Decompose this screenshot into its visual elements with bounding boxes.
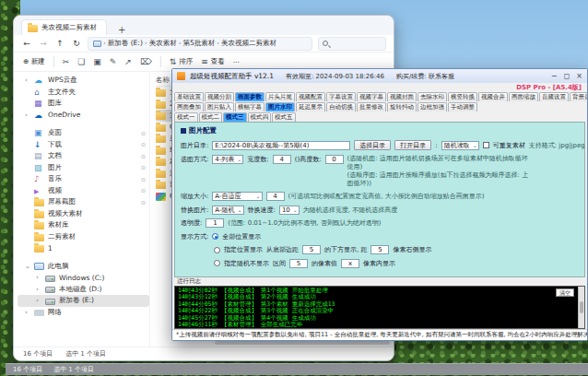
minimize-button[interactable]: − bbox=[551, 72, 558, 80]
scrollbar-thumb[interactable] bbox=[580, 301, 583, 313]
copy-icon[interactable]: ❏ bbox=[77, 57, 85, 66]
app-tab[interactable]: 模式四 bbox=[248, 112, 272, 122]
expand-chevron-icon[interactable]: › bbox=[25, 309, 30, 316]
close-button[interactable]: × bbox=[576, 72, 582, 80]
sidebar-item[interactable]: 图库 bbox=[18, 98, 149, 110]
app-tab[interactable]: 手动调整 bbox=[448, 102, 477, 112]
scale-input[interactable]: 4 bbox=[266, 192, 285, 201]
sidebar-item[interactable]: 文档 bbox=[18, 150, 149, 162]
app-tab[interactable]: 视频分割 bbox=[205, 92, 234, 101]
pos-right-input[interactable]: 5 bbox=[370, 245, 389, 254]
more-button[interactable]: ··· bbox=[233, 58, 240, 66]
sort-button[interactable]: ⇅ 排序 bbox=[170, 57, 194, 66]
sidebar-item[interactable]: › Windows (C:) bbox=[18, 272, 149, 284]
pick-select[interactable]: 4-列表 bbox=[212, 155, 243, 164]
pos-bottom-input[interactable]: 5 bbox=[302, 245, 321, 254]
sidebar-item[interactable]: 视频 bbox=[18, 185, 149, 197]
choose-dir-button[interactable]: 选择目录 bbox=[354, 140, 391, 150]
sidebar-item[interactable]: › 网络 bbox=[18, 307, 149, 319]
app-tab[interactable]: 字幕设置 bbox=[326, 92, 356, 101]
console-scrollbar[interactable] bbox=[578, 287, 584, 328]
app-tab[interactable]: 音频设置 bbox=[539, 92, 569, 101]
sidebar-item[interactable]: 主文件夹 bbox=[18, 87, 149, 99]
view-button[interactable]: ≡ 查看 bbox=[201, 57, 225, 66]
swap-select[interactable]: A-随机 bbox=[212, 206, 243, 215]
app-tab[interactable]: 边框加强 bbox=[417, 102, 447, 112]
sidebar-item[interactable]: 音乐 bbox=[18, 173, 149, 185]
app-tab[interactable]: 视频配置 bbox=[296, 92, 325, 101]
explorer-tab[interactable]: 美农视频二剪素材 bbox=[21, 19, 107, 35]
clear-log-button[interactable]: 清空 bbox=[556, 288, 574, 297]
sidebar-item[interactable]: 下载 bbox=[18, 139, 149, 151]
app-tab[interactable]: 横幅字幕 bbox=[235, 102, 265, 112]
sidebar-item[interactable]: 视频大素材 bbox=[18, 208, 149, 220]
sidebar-item[interactable]: 屏幕截图 bbox=[18, 196, 149, 208]
share-icon[interactable]: ↗ bbox=[124, 57, 132, 66]
app-tab[interactable]: 旋转抖动 bbox=[387, 102, 417, 112]
app-tab[interactable]: 背景音乐 bbox=[570, 92, 587, 101]
dir-input[interactable]: E:\2024-08\美农视频--第5期(4) bbox=[212, 141, 350, 150]
sidebar-item[interactable]: 素材库 bbox=[18, 219, 149, 231]
app-tab[interactable]: 画面叠加 bbox=[174, 102, 204, 112]
cut-icon[interactable]: ✂ bbox=[63, 57, 70, 66]
app-tab[interactable]: 去除水印 bbox=[417, 92, 447, 101]
sidebar-item[interactable]: 图片 bbox=[18, 162, 149, 174]
radio-all-positions[interactable] bbox=[212, 233, 218, 240]
app-tab[interactable]: 模式二 bbox=[199, 112, 223, 122]
expand-chevron-icon[interactable]: › bbox=[36, 297, 41, 304]
app-tab[interactable]: 图片水印 bbox=[265, 102, 295, 112]
expand-chevron-icon[interactable]: › bbox=[25, 76, 30, 84]
rename-icon[interactable]: ✎ bbox=[110, 57, 117, 66]
log-console[interactable]: 14时43分02秒 【视频合成】 第1个视频 开始批量处理 14时43分12秒 … bbox=[174, 286, 585, 329]
open-dir-button[interactable]: 打开目录 bbox=[394, 140, 431, 150]
order-select[interactable]: 随机读取 bbox=[441, 141, 479, 150]
width-input[interactable]: 4 bbox=[273, 155, 291, 164]
expand-chevron-icon[interactable]: ⌄ bbox=[25, 263, 30, 270]
app-tab[interactable]: 基础设置 bbox=[174, 92, 204, 101]
app-tab[interactable]: 自动切换 bbox=[326, 102, 356, 112]
app-tab[interactable]: 视频合并 bbox=[478, 92, 508, 101]
expand-chevron-icon[interactable]: › bbox=[25, 112, 30, 119]
app-tab[interactable]: 图片贴入 bbox=[205, 102, 234, 112]
repeat-checkbox[interactable] bbox=[483, 142, 489, 148]
area-pixel-input[interactable]: x bbox=[341, 259, 359, 268]
radio-fixed-position[interactable] bbox=[214, 247, 220, 253]
new-tab-button[interactable]: + bbox=[114, 25, 129, 35]
delete-icon[interactable]: ⌦ bbox=[140, 57, 152, 66]
breadcrumb-segment[interactable]: › 美农素材 bbox=[145, 39, 177, 48]
maximize-button[interactable]: ◻ bbox=[564, 72, 570, 80]
height-input[interactable]: 0 bbox=[325, 155, 344, 164]
app-tab[interactable]: 模式三 bbox=[223, 112, 247, 122]
app-tab[interactable]: 横竖转换 bbox=[448, 92, 477, 101]
up-icon[interactable]: ↑ bbox=[54, 39, 65, 48]
sidebar-item[interactable]: › 新加卷 (E:) bbox=[18, 295, 149, 307]
sidebar-item[interactable] bbox=[18, 121, 149, 127]
forward-icon[interactable]: → bbox=[38, 39, 49, 48]
app-tab[interactable]: 片头片尾 bbox=[265, 92, 295, 101]
breadcrumb-segment[interactable]: › 美农视频二剪素材 bbox=[217, 39, 276, 48]
refresh-icon[interactable]: ↻ bbox=[71, 39, 82, 48]
sidebar-item[interactable]: ⌄ 此电脑 bbox=[18, 261, 149, 273]
sidebar-item[interactable]: › WPS云盘 bbox=[18, 75, 149, 87]
app-tab[interactable]: 画面参数 bbox=[235, 92, 265, 101]
scale-select[interactable]: A-自适应 bbox=[212, 192, 262, 201]
paste-icon[interactable]: ▣ bbox=[93, 57, 101, 66]
app-tab[interactable]: 模式五 bbox=[272, 112, 296, 122]
radio-random-area[interactable] bbox=[214, 260, 220, 266]
app-tab[interactable]: 模式一 bbox=[174, 112, 198, 122]
speed-select[interactable]: 10 bbox=[279, 206, 300, 215]
sidebar-item[interactable]: › 本地磁盘 (D:) bbox=[18, 284, 149, 296]
sidebar-item[interactable] bbox=[18, 254, 149, 261]
sidebar-item[interactable]: 桌面 bbox=[18, 127, 149, 139]
breadcrumb[interactable]: › 新加卷 (E:) › 美农素材 › 第5批素材 › bbox=[88, 37, 312, 51]
new-button[interactable]: ⊕ 新建 bbox=[23, 57, 45, 66]
app-titlebar[interactable]: 超级短视频配置助手 v12.1 有效期至: 2024-09-03 18:26:4… bbox=[172, 69, 587, 83]
search-input[interactable] bbox=[318, 37, 386, 51]
app-tab[interactable]: 画面缩放 bbox=[509, 92, 538, 101]
app-tab[interactable]: 延迟显示 bbox=[296, 102, 325, 112]
area-range-input[interactable]: 5 bbox=[289, 259, 308, 268]
breadcrumb-segment[interactable]: › 新加卷 (E:) bbox=[103, 39, 143, 48]
expand-chevron-icon[interactable]: › bbox=[36, 286, 41, 293]
alpha-input[interactable]: 1 bbox=[206, 218, 224, 228]
expand-chevron-icon[interactable]: › bbox=[36, 274, 41, 281]
